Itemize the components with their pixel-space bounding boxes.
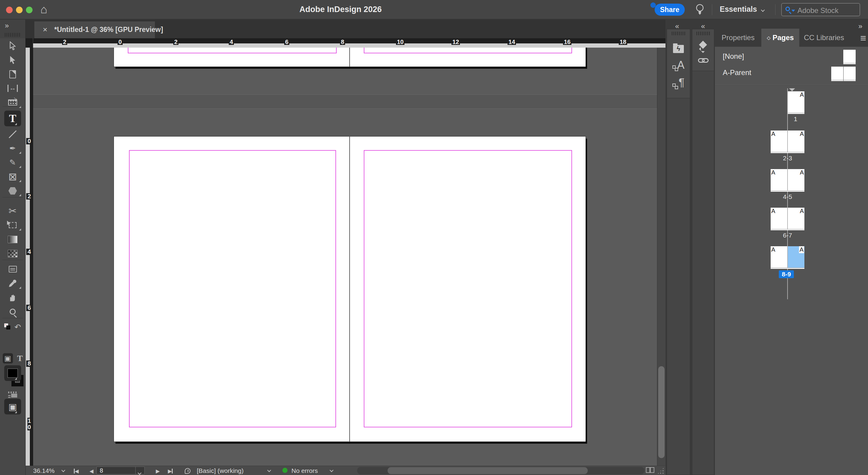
close-window-button[interactable] bbox=[6, 7, 13, 13]
spread-label-1[interactable]: 1 bbox=[787, 116, 804, 123]
page-number-field[interactable]: 8 bbox=[96, 467, 145, 474]
vruler-label: 8 bbox=[26, 360, 32, 367]
gap-tool[interactable]: ↔ bbox=[0, 82, 25, 95]
apply-color-button[interactable] bbox=[4, 365, 21, 381]
tab-pages[interactable]: ◇ Pages bbox=[761, 29, 799, 47]
dock-grip[interactable] bbox=[672, 32, 686, 35]
parent-a-thumbnail-left[interactable] bbox=[831, 67, 843, 80]
document-canvas[interactable] bbox=[33, 48, 657, 466]
parent-a[interactable]: A-Parent bbox=[723, 68, 751, 77]
share-button[interactable]: Share bbox=[655, 4, 685, 16]
spread-label-4-5[interactable]: 4-5 bbox=[771, 193, 804, 200]
links-panel-icon[interactable] bbox=[692, 58, 714, 63]
swap-fill-stroke[interactable]: ↷ bbox=[0, 320, 25, 334]
last-page-button[interactable]: ▶ bbox=[168, 467, 173, 475]
dock-grip[interactable] bbox=[696, 32, 710, 35]
content-collector-tool[interactable]: ↘ bbox=[0, 96, 25, 109]
spread-label-8-9-selected[interactable]: 8-9 bbox=[779, 271, 794, 278]
scissors-tool[interactable]: ✂ bbox=[0, 204, 25, 218]
spread-label-2-3[interactable]: 2-3 bbox=[771, 155, 804, 162]
page-tool[interactable] bbox=[0, 67, 25, 81]
paragraph-styles-panel-icon[interactable]: ¶ bbox=[667, 79, 690, 91]
preflight-profile[interactable]: [Basic] (working) bbox=[197, 467, 244, 474]
errors-chevron-icon[interactable] bbox=[330, 468, 334, 472]
selection-tool[interactable] bbox=[0, 39, 25, 53]
home-icon[interactable]: ⌂ bbox=[40, 3, 47, 16]
frame-tool[interactable]: ⊠ bbox=[0, 170, 25, 183]
note-tool[interactable] bbox=[0, 262, 25, 276]
direct-selection-tool[interactable] bbox=[0, 53, 25, 67]
page-1-thumbnail[interactable]: A bbox=[788, 91, 804, 113]
magnifier-icon bbox=[10, 309, 16, 315]
page-dropdown[interactable] bbox=[135, 467, 144, 474]
preflight-status[interactable]: No errors bbox=[291, 467, 318, 474]
zoom-chevron-icon[interactable] bbox=[61, 468, 65, 472]
dock-column-lower bbox=[692, 71, 714, 475]
margin-guide-page-8 bbox=[129, 150, 336, 428]
next-page-button[interactable]: ▶ bbox=[156, 467, 160, 475]
spread-view-button[interactable] bbox=[646, 467, 654, 473]
formatting-affects-text-icon[interactable]: T bbox=[17, 353, 23, 363]
vruler-label: 4 bbox=[26, 249, 32, 255]
document-tab-bar: × *Untitled-1 @ 36% [GPU Preview] bbox=[26, 20, 665, 38]
character-styles-panel-icon[interactable]: A bbox=[667, 61, 690, 73]
swap-arrow-icon: ↷ bbox=[14, 322, 21, 332]
cc-libraries-panel-icon[interactable]: ϟ bbox=[667, 45, 690, 53]
free-transform-tool[interactable] bbox=[0, 219, 25, 232]
lightbulb-icon[interactable] bbox=[695, 4, 705, 17]
tools-panel: ↔ ↘ T ✒ ✎ ⊠ ✂ ↷ bbox=[0, 38, 26, 475]
zoom-level[interactable]: 36.14% bbox=[33, 467, 55, 474]
eyedropper-tool[interactable] bbox=[0, 277, 25, 290]
previous-page-button[interactable]: ◀ bbox=[90, 467, 93, 475]
view-options-icon bbox=[8, 391, 17, 398]
shape-tool[interactable] bbox=[0, 184, 25, 197]
vruler-label: 2 bbox=[26, 193, 32, 199]
gradient-swatch-tool[interactable] bbox=[0, 233, 25, 246]
tool-divider bbox=[2, 260, 23, 260]
window-resize-grip[interactable] bbox=[657, 467, 664, 474]
toolbar-grip[interactable] bbox=[5, 33, 21, 37]
formatting-affects-row[interactable]: ▣ T bbox=[0, 352, 25, 365]
vertical-scrollbar-thumb[interactable] bbox=[658, 366, 664, 458]
minimize-window-button[interactable] bbox=[16, 7, 23, 13]
spread-2-3-thumbnail[interactable]: A A bbox=[771, 130, 804, 152]
preflight-chevron-icon[interactable] bbox=[267, 468, 271, 472]
close-tab-icon[interactable]: × bbox=[43, 25, 47, 34]
maximize-window-button[interactable] bbox=[26, 7, 33, 13]
first-page-button[interactable]: ◀ bbox=[74, 467, 79, 475]
panel-menu-icon[interactable]: ≡ bbox=[860, 32, 866, 44]
parent-none[interactable]: [None] bbox=[723, 52, 744, 61]
spread-6-7-thumbnail[interactable]: A A bbox=[771, 208, 804, 229]
line-tool[interactable] bbox=[0, 127, 25, 141]
layers-panel-icon[interactable] bbox=[692, 41, 714, 53]
horizontal-scrollbar[interactable] bbox=[357, 467, 644, 474]
pencil-tool[interactable]: ✎ bbox=[0, 156, 25, 169]
tab-properties[interactable]: Properties bbox=[715, 29, 761, 47]
horizontal-ruler[interactable]: 2 0 2 4 6 8 10 12 14 16 18 bbox=[33, 38, 665, 48]
status-bar: 36.14% ◀ ◀ 8 ▶ ▶ [Basic] (working) No er… bbox=[26, 466, 665, 475]
parent-none-thumbnail[interactable] bbox=[843, 50, 856, 63]
parent-a-thumbnail-right[interactable] bbox=[844, 67, 856, 80]
hruler-label: 2 bbox=[62, 39, 67, 45]
spread-4-5-thumbnail[interactable]: A A bbox=[771, 169, 804, 190]
preflight-icon[interactable] bbox=[185, 467, 190, 474]
hand-tool[interactable] bbox=[0, 291, 25, 304]
expand-panel-icon[interactable]: » bbox=[5, 22, 9, 30]
zoom-tool[interactable] bbox=[0, 305, 25, 318]
workspace-switcher[interactable]: Essentials bbox=[720, 5, 757, 13]
horizontal-scrollbar-thumb[interactable] bbox=[388, 467, 588, 474]
spread-8-9-thumbnail[interactable]: A A bbox=[771, 246, 804, 267]
vertical-ruler[interactable]: 0 2 4 6 8 10 bbox=[26, 48, 33, 466]
gradient-feather-tool[interactable] bbox=[0, 247, 25, 260]
toolbar-header: » bbox=[0, 20, 26, 38]
pen-tool[interactable]: ✒ bbox=[0, 141, 25, 155]
spread-label-6-7[interactable]: 6-7 bbox=[771, 232, 804, 239]
tab-cc-libraries[interactable]: CC Libraries bbox=[799, 29, 849, 47]
document-tab[interactable]: × *Untitled-1 @ 36% [GPU Preview] bbox=[34, 22, 155, 38]
vertical-scrollbar[interactable] bbox=[657, 48, 665, 466]
screen-mode-button[interactable]: ▣ bbox=[4, 399, 21, 414]
adobe-stock-search[interactable]: Adobe Stock bbox=[781, 3, 860, 16]
type-tool-selected[interactable]: T bbox=[4, 110, 21, 126]
formatting-affects-container-icon[interactable]: ▣ bbox=[3, 353, 13, 363]
ruler-origin-corner[interactable] bbox=[26, 38, 33, 48]
